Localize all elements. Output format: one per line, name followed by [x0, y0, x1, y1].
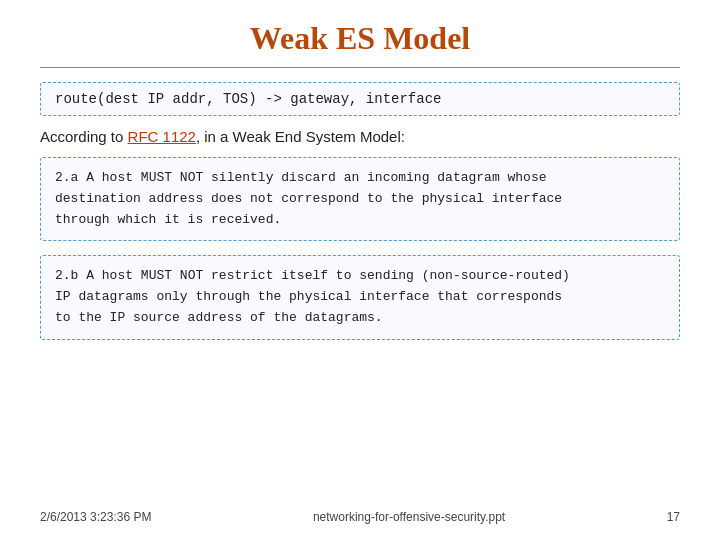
rule-2a-text: A host MUST NOT silently discard an inco… [55, 170, 562, 227]
rule-2a-box: 2.a A host MUST NOT silently discard an … [40, 157, 680, 241]
route-code-block: route(dest IP addr, TOS) -> gateway, int… [40, 82, 680, 116]
slide-footer: 2/6/2013 3:23:36 PM networking-for-offen… [0, 510, 720, 524]
title-divider [40, 67, 680, 68]
slide: Weak ES Model route(dest IP addr, TOS) -… [0, 0, 720, 540]
footer-timestamp: 2/6/2013 3:23:36 PM [40, 510, 151, 524]
footer-page-number: 17 [667, 510, 680, 524]
description-prefix: According to [40, 128, 128, 145]
description-text: According to RFC 1122, in a Weak End Sys… [40, 128, 680, 145]
route-code-text: route(dest IP addr, TOS) -> gateway, int… [55, 91, 441, 107]
footer-filename: networking-for-offensive-security.ppt [313, 510, 505, 524]
rule-2b-label: 2.b [55, 268, 78, 283]
description-suffix: , in a Weak End System Model: [196, 128, 405, 145]
rule-2b-text: A host MUST NOT restrict itself to sendi… [55, 268, 570, 325]
rfc-link[interactable]: RFC 1122 [128, 128, 196, 145]
rule-2b-box: 2.b A host MUST NOT restrict itself to s… [40, 255, 680, 339]
slide-title: Weak ES Model [40, 20, 680, 57]
rule-2a-label: 2.a [55, 170, 78, 185]
